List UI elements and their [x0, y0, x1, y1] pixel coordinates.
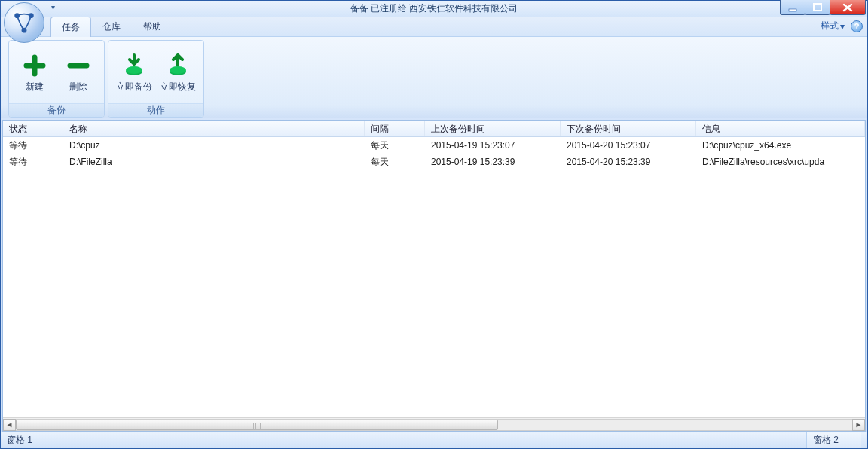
tab-help[interactable]: 帮助 [132, 16, 173, 36]
svg-rect-0 [789, 9, 796, 11]
close-button[interactable] [830, 0, 866, 15]
scroll-track[interactable] [16, 419, 852, 431]
delete-label: 删除 [69, 81, 87, 93]
col-status[interactable]: 状态 [3, 121, 63, 136]
minimize-icon [788, 3, 797, 12]
col-next[interactable]: 下次备份时间 [561, 121, 696, 136]
cell-interval: 每天 [365, 139, 425, 152]
maximize-button[interactable] [805, 0, 830, 15]
close-icon [842, 3, 853, 12]
minimize-button[interactable] [780, 0, 805, 15]
cell-status: 等待 [3, 139, 63, 152]
window-controls [781, 0, 866, 15]
delete-button[interactable]: 删除 [59, 50, 98, 96]
minus-icon [66, 53, 90, 78]
col-info[interactable]: 信息 [696, 121, 865, 136]
cell-info: D:\FileZilla\resources\xrc\upda [696, 157, 865, 167]
chevron-down-icon: ▾ [840, 21, 845, 32]
statusbar: 窗格 1 窗格 2 [1, 432, 867, 448]
ribbon: 新建 删除 备份 [1, 37, 867, 118]
backup-now-label: 立即备份 [116, 81, 152, 93]
group-action-label: 动作 [108, 103, 203, 117]
grid-header: 状态 名称 间隔 上次备份时间 下次备份时间 信息 [3, 121, 865, 137]
cell-info: D:\cpuz\cpuz_x64.exe [696, 140, 865, 151]
backup-now-button[interactable]: 立即备份 [115, 50, 154, 96]
svg-point-6 [126, 66, 142, 74]
cell-next: 2015-04-20 15:23:07 [561, 140, 696, 151]
grid-body: 等待D:\cpuz每天2015-04-19 15:23:072015-04-20… [3, 137, 865, 417]
main-window: 备备 已注册给 西安铁仁软件科技有限公司 ▾ 任务 [0, 0, 868, 449]
horizontal-scrollbar[interactable]: ◄ ► [3, 417, 865, 431]
style-dropdown[interactable]: 样式 ▾ [821, 20, 845, 32]
status-pane-2: 窗格 2 [806, 432, 861, 448]
tab-tasks[interactable]: 任务 [50, 17, 91, 37]
scroll-right-button[interactable]: ► [852, 419, 865, 431]
ribbon-group-action: 立即备份 立即恢复 动作 [108, 40, 204, 118]
app-logo-icon [11, 10, 37, 35]
col-last[interactable]: 上次备份时间 [425, 121, 561, 136]
maximize-icon [813, 3, 822, 12]
cell-status: 等待 [3, 156, 63, 169]
restore-now-button[interactable]: 立即恢复 [158, 50, 197, 96]
plus-icon [23, 53, 47, 78]
tab-repository[interactable]: 仓库 [91, 16, 132, 36]
cell-name: D:\cpuz [63, 140, 365, 151]
restore-now-label: 立即恢复 [160, 81, 196, 93]
cell-interval: 每天 [365, 156, 425, 169]
table-row[interactable]: 等待D:\cpuz每天2015-04-19 15:23:072015-04-20… [3, 137, 865, 154]
window-title: 备备 已注册给 西安铁仁软件科技有限公司 [1, 2, 867, 15]
table-row[interactable]: 等待D:\FileZilla每天2015-04-19 15:23:392015-… [3, 154, 865, 170]
new-button[interactable]: 新建 [15, 50, 54, 96]
cell-next: 2015-04-20 15:23:39 [561, 157, 696, 167]
app-menu-button[interactable] [4, 2, 44, 43]
group-backup-label: 备份 [9, 103, 104, 117]
col-name[interactable]: 名称 [63, 121, 365, 136]
help-button[interactable]: ? [851, 20, 863, 32]
svg-point-8 [170, 66, 186, 74]
col-interval[interactable]: 间隔 [365, 121, 425, 136]
cell-last: 2015-04-19 15:23:39 [425, 157, 561, 167]
titlebar: 备备 已注册给 西安铁仁软件科技有限公司 [1, 1, 867, 17]
scroll-thumb[interactable] [16, 420, 498, 430]
cell-name: D:\FileZilla [63, 157, 365, 167]
ribbon-tabs: 任务 仓库 帮助 样式 ▾ ? [1, 17, 867, 37]
new-label: 新建 [26, 81, 44, 93]
qat-customize-button[interactable]: ▾ [49, 3, 57, 11]
quick-access-toolbar: ▾ [49, 3, 57, 11]
status-pane-1: 窗格 1 [7, 434, 32, 447]
restore-now-icon [166, 53, 190, 78]
backup-now-icon [122, 53, 146, 78]
style-label: 样式 [821, 20, 839, 32]
svg-rect-1 [814, 4, 821, 11]
cell-last: 2015-04-19 15:23:07 [425, 140, 561, 151]
task-grid: 状态 名称 间隔 上次备份时间 下次备份时间 信息 等待D:\cpuz每天201… [2, 120, 866, 432]
app-menu-orb-area [4, 2, 47, 46]
scroll-left-button[interactable]: ◄ [3, 419, 16, 431]
ribbon-group-backup: 新建 删除 备份 [8, 40, 105, 118]
